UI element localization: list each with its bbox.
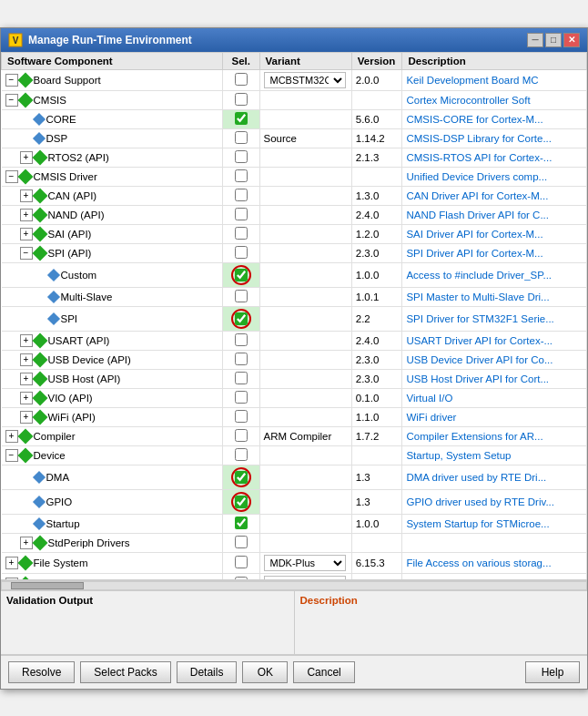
sel-checkbox[interactable] xyxy=(235,372,248,384)
sel-circle-checkbox[interactable] xyxy=(231,309,251,329)
expand-button[interactable]: − xyxy=(5,449,18,462)
description-cell: SPI Driver API for Cortex-M... xyxy=(402,243,587,262)
expand-button[interactable]: + xyxy=(20,189,33,202)
blue-diamond-icon xyxy=(32,132,45,145)
cancel-button[interactable]: Cancel xyxy=(293,661,354,683)
version-cell xyxy=(351,167,402,186)
description-link[interactable]: USART Driver API for Cortex-... xyxy=(406,335,553,346)
component-label: GPIO xyxy=(46,496,73,507)
description-link[interactable]: SPI Driver API for Cortex-M... xyxy=(406,248,542,259)
sel-checkbox[interactable] xyxy=(235,333,248,346)
expand-button[interactable]: + xyxy=(20,537,33,549)
expand-button[interactable]: + xyxy=(20,209,33,221)
sel-checkbox[interactable] xyxy=(235,93,248,106)
description-link[interactable]: CMSIS-DSP Library for Corte... xyxy=(406,133,552,144)
expand-button[interactable]: + xyxy=(20,151,33,164)
description-link[interactable]: Virtual I/O xyxy=(406,393,452,404)
variant-select[interactable]: MDK-Plus xyxy=(264,555,346,571)
scrollbar-track[interactable] xyxy=(1,581,587,590)
table-row: +GraphicsMDK-Plus6.24.0User Interface on… xyxy=(2,573,587,580)
sel-checkbox-inner[interactable] xyxy=(235,312,248,325)
description-cell: Startup, System Setup xyxy=(402,445,587,465)
sel-checkbox[interactable] xyxy=(235,353,248,365)
description-link[interactable]: NAND Flash Driver API for C... xyxy=(406,210,549,220)
sel-checkbox[interactable] xyxy=(235,448,248,461)
expand-button[interactable]: + xyxy=(20,392,33,404)
sel-checkbox-inner[interactable] xyxy=(235,269,248,281)
description-cell: Unified Device Drivers comp... xyxy=(402,167,587,186)
description-link[interactable]: CMSIS-CORE for Cortex-M... xyxy=(406,114,542,125)
sel-checkbox[interactable] xyxy=(235,208,248,220)
sel-checkbox[interactable] xyxy=(235,246,248,259)
horizontal-scrollbar[interactable] xyxy=(1,580,587,591)
expand-button[interactable]: + xyxy=(5,430,18,443)
select-packs-button[interactable]: Select Packs xyxy=(80,661,170,683)
sel-checkbox[interactable] xyxy=(235,227,248,240)
expand-button[interactable]: − xyxy=(5,74,18,87)
expand-button[interactable]: + xyxy=(5,557,18,569)
description-link[interactable]: Compiler Extensions for AR... xyxy=(406,431,542,442)
green-diamond-icon xyxy=(17,169,33,184)
sel-checkbox[interactable] xyxy=(235,131,248,144)
version-cell: 6.15.3 xyxy=(351,552,402,573)
expand-button[interactable]: − xyxy=(5,170,18,183)
resolve-button[interactable]: Resolve xyxy=(8,661,75,683)
sel-checkbox-inner[interactable] xyxy=(235,496,248,508)
description-link[interactable]: SAI Driver API for Cortex-M... xyxy=(406,229,542,240)
description-cell: Keil Development Board MC xyxy=(402,69,587,90)
sel-checkbox[interactable] xyxy=(235,189,248,201)
maximize-button[interactable]: □ xyxy=(545,33,562,47)
sel-checkbox[interactable] xyxy=(235,556,248,568)
sel-checkbox[interactable] xyxy=(235,536,248,548)
sel-checkbox[interactable] xyxy=(235,429,248,442)
variant-select[interactable]: MCBSTM32C xyxy=(264,72,346,88)
description-link[interactable]: WiFi driver xyxy=(406,412,456,423)
description-link[interactable]: System Startup for STMicroe... xyxy=(406,518,549,529)
col-header-component: Software Component xyxy=(2,52,223,69)
sel-checkbox[interactable] xyxy=(235,517,248,529)
version-cell: 5.6.0 xyxy=(351,109,402,128)
sel-checkbox-inner[interactable] xyxy=(235,471,248,484)
sel-checkbox[interactable] xyxy=(235,169,248,182)
description-link[interactable]: CAN Driver API for Cortex-M... xyxy=(406,190,548,201)
expand-button[interactable]: − xyxy=(20,247,33,260)
description-link[interactable]: Startup, System Setup xyxy=(406,450,511,461)
ok-button[interactable]: OK xyxy=(242,661,288,683)
sel-circle-checkbox[interactable] xyxy=(231,265,251,285)
sel-checkbox[interactable] xyxy=(235,73,248,86)
help-button[interactable]: Help xyxy=(525,661,580,683)
description-cell: NAND Flash Driver API for C... xyxy=(402,205,587,224)
description-link[interactable]: Cortex Microcontroller Soft xyxy=(406,95,530,106)
close-button[interactable]: ✕ xyxy=(563,33,580,47)
component-label: DSP xyxy=(46,133,68,144)
description-link[interactable]: USB Host Driver API for Cort... xyxy=(406,373,549,384)
expand-button[interactable]: + xyxy=(20,373,33,385)
description-link[interactable]: CMSIS-RTOS API for Cortex-... xyxy=(406,152,552,163)
description-link[interactable]: USB Device Driver API for Co... xyxy=(406,354,553,365)
sel-checkbox[interactable] xyxy=(235,391,248,404)
expand-button[interactable]: + xyxy=(20,334,33,347)
expand-button[interactable]: + xyxy=(20,228,33,240)
scrollbar-thumb[interactable] xyxy=(11,582,84,589)
details-button[interactable]: Details xyxy=(177,661,238,683)
description-link[interactable]: GPIO driver used by RTE Driv... xyxy=(406,496,554,507)
minimize-button[interactable]: ─ xyxy=(527,33,543,47)
sel-checkbox[interactable] xyxy=(235,150,248,163)
expand-button[interactable]: + xyxy=(20,353,33,366)
description-link[interactable]: Access to #include Driver_SP... xyxy=(406,270,552,281)
description-link[interactable]: Unified Device Drivers comp... xyxy=(406,171,547,182)
sel-circle-checkbox[interactable] xyxy=(231,492,251,512)
description-link[interactable]: Keil Development Board MC xyxy=(406,75,538,86)
sel-checkbox[interactable] xyxy=(235,410,248,423)
sel-circle-checkbox[interactable] xyxy=(231,467,251,487)
expand-button[interactable]: − xyxy=(5,94,18,107)
col-header-version: Version xyxy=(351,52,402,69)
expand-button[interactable]: + xyxy=(20,411,33,424)
description-link[interactable]: File Access on various storag... xyxy=(406,557,551,568)
description-link[interactable]: SPI Master to Multi-Slave Dri... xyxy=(406,292,549,302)
sel-checkbox[interactable] xyxy=(235,290,248,302)
variant-cell xyxy=(259,109,351,128)
description-link[interactable]: SPI Driver for STM32F1 Serie... xyxy=(406,313,553,324)
sel-checkbox[interactable] xyxy=(235,112,248,125)
description-link[interactable]: DMA driver used by RTE Dri... xyxy=(406,472,546,483)
